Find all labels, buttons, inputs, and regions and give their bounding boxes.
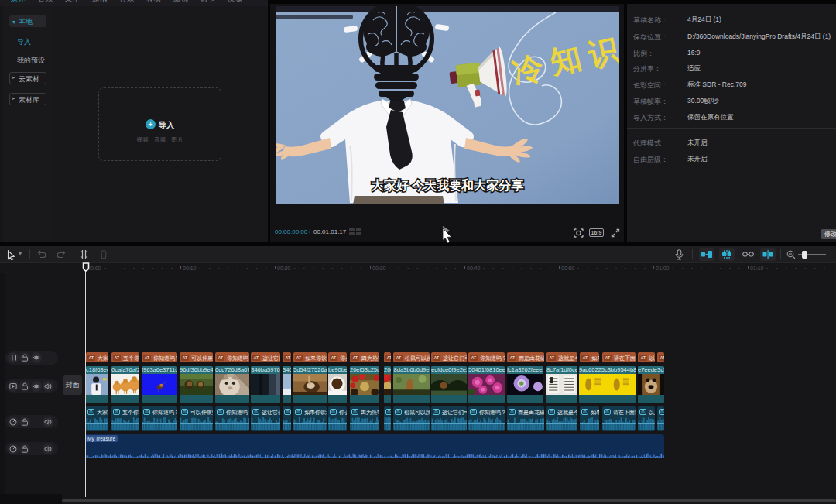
svg-text:大家好 今天我要和大家分享: 大家好 今天我要和大家分享 (372, 178, 523, 192)
